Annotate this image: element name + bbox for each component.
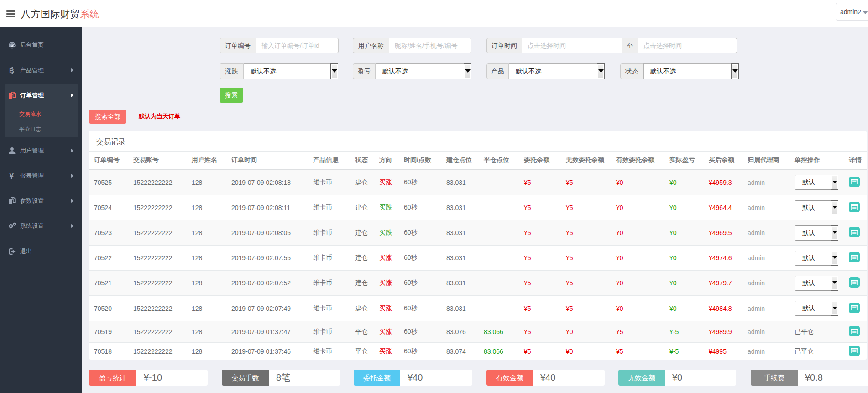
svg-text:¥: ¥ — [10, 172, 14, 180]
